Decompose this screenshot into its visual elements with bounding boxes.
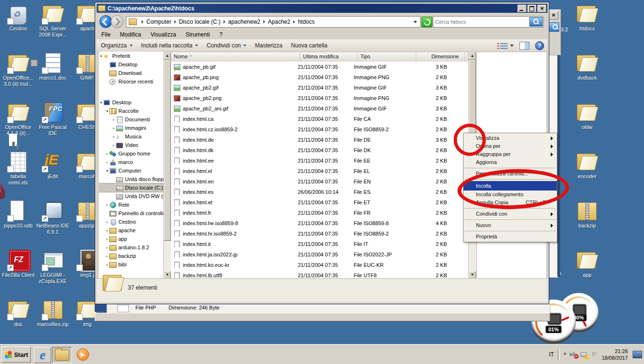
language-indicator[interactable]: IT — [549, 351, 554, 358]
tree-twistie-icon[interactable] — [105, 228, 109, 233]
menu-item[interactable]: ? — [215, 30, 227, 39]
desktop-icon[interactable]: jEdit — [36, 151, 70, 200]
show-desktop-button[interactable] — [633, 351, 642, 358]
sidebar-item[interactable]: Video — [99, 141, 163, 149]
sidebar-item[interactable]: Gruppo home — [99, 149, 163, 158]
explorer-taskbar-button[interactable] — [52, 347, 72, 363]
file-row[interactable]: index.html.de 21/11/2004 07:35 File DE 3… — [171, 135, 468, 145]
file-row[interactable]: apache_pb2.png 21/11/2004 07:35 Immagine… — [171, 93, 468, 103]
file-row[interactable]: index.html.ko.euc-kr 21/11/2004 07:35 Fi… — [171, 260, 468, 270]
file-row[interactable]: index.html.it 21/11/2004 07:35 File IT 2… — [171, 239, 468, 249]
column-header[interactable]: Dimensione — [416, 52, 465, 62]
breadcrumb-item[interactable]: apachenew2 — [221, 18, 260, 25]
file-row[interactable]: index.html.cz.iso8859-2 21/11/2004 07:35… — [171, 124, 468, 135]
search-input[interactable] — [434, 18, 530, 26]
media-player-button[interactable] — [75, 347, 91, 362]
search-box[interactable] — [433, 16, 544, 27]
tree-twistie-icon[interactable] — [105, 109, 109, 113]
action-center-flag-icon[interactable]: ⚐ — [591, 351, 597, 358]
file-row[interactable]: apache_pb.gif 21/11/2004 07:35 Immagine … — [171, 62, 468, 72]
context-menu-item[interactable] — [464, 178, 557, 181]
sidebar-item[interactable]: apache — [99, 226, 163, 235]
toolbar-button[interactable]: Condividi con — [202, 40, 250, 51]
context-menu-item[interactable]: Raggruppa per — [464, 150, 557, 158]
sidebar-item[interactable]: marco — [99, 158, 163, 166]
desktop-icon[interactable]: marco1.doc — [36, 52, 70, 101]
close-icon[interactable] — [537, 5, 546, 12]
tree-twistie-icon[interactable] — [105, 152, 109, 156]
sidebar-item[interactable]: Cestino — [99, 218, 163, 226]
sidebar-item[interactable]: Pannello di controllo — [99, 209, 163, 218]
tree-twistie-icon[interactable] — [105, 169, 109, 173]
file-row[interactable]: index.html.dk 21/11/2004 07:35 File DK 2… — [171, 145, 468, 155]
tree-twistie-icon[interactable] — [105, 220, 109, 224]
scroll-down-icon[interactable]: ▼ — [164, 271, 171, 279]
sidebar-item[interactable]: app — [99, 235, 163, 243]
breadcrumb-item[interactable]: Apache2 — [260, 18, 290, 25]
desktop-icon[interactable]: dos — [1, 299, 36, 348]
tree-scrollbar[interactable]: ▲ ▼ — [163, 52, 171, 279]
menu-item[interactable]: Strumenti — [181, 30, 215, 39]
column-header[interactable] — [465, 52, 468, 62]
desktop-icon[interactable]: backzip — [570, 200, 604, 249]
tree-twistie-icon[interactable] — [105, 263, 109, 267]
tree-twistie-icon[interactable] — [112, 143, 116, 147]
tree-twistie-icon[interactable] — [105, 246, 109, 250]
start-button[interactable]: Start — [1, 346, 31, 363]
column-header[interactable]: Ultima modifica — [300, 52, 358, 62]
sidebar-item[interactable]: backzip — [99, 252, 163, 260]
sidebar-item[interactable]: Unità disco flopp — [99, 175, 163, 183]
file-row[interactable]: apache_pb2.gif 21/11/2004 07:35 Immagine… — [171, 82, 468, 93]
context-menu-item[interactable]: Aggiorna — [464, 158, 557, 166]
tree-twistie-icon[interactable] — [99, 54, 103, 58]
clock[interactable]: 21:26 18/08/2017 — [602, 348, 628, 361]
file-row[interactable]: index.html.et 21/11/2004 07:35 File ET 2… — [171, 197, 468, 208]
file-row[interactable]: index.html.ee 21/11/2004 07:35 File EE 2… — [171, 155, 468, 166]
context-menu-item[interactable]: Visualizza — [464, 134, 557, 142]
tree-twistie-icon[interactable] — [105, 203, 109, 207]
refresh-button[interactable] — [421, 17, 432, 27]
desktop-icon[interactable]: FileZilla Client — [1, 249, 36, 299]
context-menu-item[interactable] — [464, 207, 557, 210]
breadcrumb-item[interactable]: Disco locale (C:) — [171, 18, 221, 25]
context-menu-item[interactable]: Personalizza cartella... — [464, 170, 557, 178]
scrollbar-thumb[interactable] — [164, 60, 171, 241]
sidebar-item[interactable]: Computer — [99, 166, 163, 175]
desktop-icon[interactable]: Free Pascal IDE — [36, 101, 70, 151]
menu-item[interactable]: Modifica — [115, 30, 146, 39]
file-row[interactable]: index.html.en 21/11/2004 07:35 File EN 2… — [171, 176, 468, 187]
sidebar-item[interactable]: arduino-1.8.2 — [99, 243, 163, 252]
tree-twistie-icon[interactable] — [112, 126, 116, 130]
sidebar-item[interactable]: Musica — [99, 132, 163, 141]
file-row[interactable]: apache_pb2_ani.gif 21/11/2004 07:35 Imma… — [171, 103, 468, 114]
desktop-icon[interactable]: tabella nomi.xls — [1, 151, 36, 200]
desktop-icon[interactable]: htdocs — [570, 3, 604, 52]
context-menu-item[interactable] — [464, 229, 557, 233]
file-row[interactable]: index.html.hr.iso8859-2 21/11/2004 07:35… — [171, 228, 468, 239]
tree-twistie-icon[interactable] — [112, 118, 116, 122]
sidebar-item[interactable]: Documenti — [99, 115, 163, 124]
back-button[interactable] — [99, 15, 112, 28]
context-menu-item[interactable]: Incolla — [464, 181, 557, 191]
context-menu-item[interactable] — [464, 166, 557, 170]
sidebar-item[interactable]: Raccolte — [99, 107, 163, 115]
internet-explorer-button[interactable]: e — [34, 347, 51, 363]
desktop-icon[interactable]: Cestino — [1, 3, 36, 52]
desktop-icon[interactable]: oldw — [570, 101, 604, 151]
breadcrumb-item[interactable]: Computer — [139, 18, 171, 25]
breadcrumb[interactable]: Computer Disco locale (C:) apachenew2 Ap… — [126, 16, 420, 27]
sidebar-item[interactable]: Desktop — [99, 60, 163, 69]
context-menu-item[interactable]: Condividi con — [464, 210, 557, 218]
sidebar-item[interactable]: Rete — [99, 200, 163, 209]
change-view-button[interactable] — [500, 43, 514, 49]
sidebar-item[interactable]: Desktop — [99, 98, 163, 107]
sidebar-item[interactable]: Download — [99, 69, 163, 77]
sidebar-item[interactable]: Risorse recenti — [99, 77, 163, 86]
file-row[interactable]: index.html.es 26/06/2006 10:14 File ES 2… — [171, 187, 468, 197]
desktop-icon[interactable]: dvdback — [570, 52, 604, 101]
sidebar-item[interactable]: Immagini — [99, 124, 163, 132]
tree-twistie-icon[interactable] — [112, 135, 116, 139]
toolbar-button[interactable]: Masterizza — [250, 40, 286, 51]
volume-muted-icon[interactable]: × — [570, 351, 577, 358]
help-icon[interactable] — [535, 41, 544, 50]
